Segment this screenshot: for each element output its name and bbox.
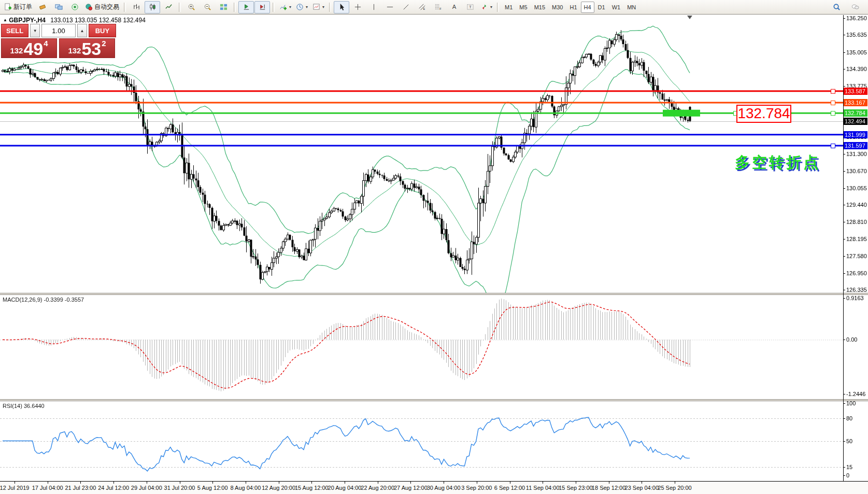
one-click-trade-panel: SELL ▼ ▲ BUY 132 49 4 132 53 2: [1, 24, 116, 58]
tile-windows-button[interactable]: [216, 1, 231, 13]
fibonacci-button[interactable]: F: [430, 1, 446, 13]
chat-button[interactable]: [847, 1, 863, 13]
candlestick-icon: [149, 3, 156, 11]
new-order-icon: [4, 3, 12, 11]
trendline-button[interactable]: [398, 1, 414, 13]
price-annotation-box[interactable]: 132.784: [736, 105, 791, 123]
price-tick-label: 128.195: [846, 236, 867, 242]
autoscroll-icon: [243, 3, 250, 11]
time-tick-label: 24 Jul 12:00: [98, 485, 129, 491]
rsi-tick-label: 0: [846, 472, 849, 478]
sell-button[interactable]: SELL: [1, 24, 29, 37]
time-tick-mark: [80, 482, 81, 484]
timeframe-h1[interactable]: H1: [566, 2, 580, 13]
time-tick-label: 12 Aug 20:00: [262, 485, 295, 491]
toolbar: 新订单自动交易▾▾▾EFAT▾M1M5M15M30H1H4D1W1MN: [0, 0, 868, 15]
toolbar-right-icons: [829, 1, 866, 13]
time-tick-mark: [576, 482, 576, 484]
timeframe-w1[interactable]: W1: [609, 2, 624, 13]
trendline-icon: [402, 3, 410, 11]
price-tick-label: 134.390: [846, 66, 867, 72]
collapse-arrow-icon[interactable]: ▲: [3, 18, 7, 22]
candlestick-button[interactable]: [145, 1, 160, 13]
time-tick-label: 27 Aug 12:00: [394, 485, 428, 491]
channel-button[interactable]: E: [414, 1, 430, 13]
new-order-button[interactable]: 新订单: [2, 1, 34, 13]
price-tag-132.494: 132.494: [844, 118, 867, 125]
time-tick-label: 22 Aug 20:00: [361, 485, 394, 491]
time-tick-label: 18 Sep 12:00: [592, 485, 625, 491]
horizontal-line-button[interactable]: [382, 1, 397, 13]
chart-shift-button[interactable]: [254, 1, 270, 13]
zoom-in-button[interactable]: [183, 1, 199, 13]
main-chart-canvas[interactable]: [0, 15, 843, 293]
zoom-out-icon: [204, 3, 211, 11]
text-button[interactable]: A: [446, 1, 462, 13]
timeframe-m5[interactable]: M5: [516, 2, 530, 13]
sell-price[interactable]: 132 49 4: [1, 38, 57, 58]
turning-point-annotation[interactable]: 多空转折点: [735, 152, 820, 173]
time-tick-mark: [311, 482, 312, 484]
time-axis[interactable]: 12 Jul 201917 Jul 04:0021 Jul 23:0024 Ju…: [0, 481, 868, 494]
price-tag-133.587: 133.587: [844, 88, 867, 95]
volume-input[interactable]: [41, 24, 76, 37]
cursor-button[interactable]: [334, 1, 349, 13]
search-button[interactable]: [829, 1, 844, 13]
rsi-title: RSI(14): [3, 403, 22, 409]
line-chart-button[interactable]: [161, 1, 176, 13]
chart-title-bar: ▲ GBPJPY-,H4 133.013 133.035 132.458 132…: [3, 17, 146, 24]
zoom-out-button[interactable]: [200, 1, 215, 13]
timeframe-m15[interactable]: M15: [531, 2, 548, 13]
time-tick-label: 3 Sep 20:00: [461, 485, 492, 491]
crosshair-icon: [354, 3, 362, 11]
news-button[interactable]: [67, 1, 82, 13]
timeframe-m30[interactable]: M30: [549, 2, 566, 13]
timeframe-m1[interactable]: M1: [502, 2, 516, 13]
volume-increase-button[interactable]: ▲: [77, 24, 87, 37]
chart-profile-button[interactable]: [51, 1, 66, 13]
auto-scroll-button[interactable]: [238, 1, 254, 13]
periods-button[interactable]: ▾: [294, 1, 310, 13]
styler-button[interactable]: [35, 1, 50, 13]
price-tag-131.999: 131.999: [844, 131, 867, 138]
buy-button[interactable]: BUY: [89, 24, 116, 37]
search-icon: [833, 3, 841, 11]
indicators-button[interactable]: ▾: [277, 1, 293, 13]
rsi-tick-label: 80: [846, 415, 852, 421]
chevron-down-icon: ▾: [289, 5, 291, 9]
time-tick-label: 12 Jul 2019: [0, 485, 29, 491]
svg-text:F: F: [439, 7, 442, 10]
templates-button[interactable]: ▾: [310, 1, 326, 13]
arrows-button[interactable]: ▾: [478, 1, 494, 13]
sound-icon: [71, 3, 79, 11]
timeframe-d1[interactable]: D1: [595, 2, 608, 13]
label-icon: T: [466, 3, 474, 11]
macd-canvas[interactable]: [0, 295, 843, 399]
price-tick-label: 126.950: [846, 270, 867, 276]
price-tick-label: 127.580: [846, 253, 867, 259]
label-button[interactable]: T: [462, 1, 478, 13]
time-tick-label: 11 Sep 04:00: [526, 485, 560, 491]
time-tick-mark: [510, 482, 510, 484]
rsi-tick-label: 50: [846, 438, 852, 444]
toolbar-separator: [234, 3, 236, 12]
price-tag-132.784: 132.784: [844, 109, 867, 117]
time-tick-mark: [444, 482, 444, 484]
time-tick-mark: [477, 482, 477, 484]
price-tick-label: 130.670: [846, 168, 867, 174]
crosshair-button[interactable]: [350, 1, 365, 13]
bar-chart-button[interactable]: [129, 1, 144, 13]
fibo-icon: F: [434, 3, 442, 11]
macd-tick-label: -1.2446: [846, 391, 865, 397]
timeframe-mn[interactable]: MN: [624, 2, 639, 13]
templates-icon: [312, 3, 320, 11]
buy-price[interactable]: 132 53 2: [59, 38, 115, 58]
rsi-canvas[interactable]: [0, 401, 843, 481]
vertical-line-button[interactable]: [366, 1, 381, 13]
autotrading-button[interactable]: 自动交易: [83, 1, 121, 13]
timeframe-h4[interactable]: H4: [581, 2, 594, 13]
macd-tick-label: 0.00: [846, 336, 857, 343]
time-tick-mark: [279, 482, 279, 484]
indicators-icon: [279, 3, 287, 11]
volume-decrease-button[interactable]: ▼: [30, 24, 40, 37]
